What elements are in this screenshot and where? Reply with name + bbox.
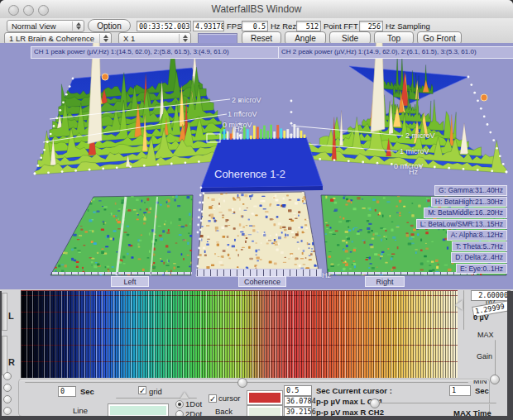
toolbar: Normal View Option 00:33:52.003 4.93178 … bbox=[0, 18, 513, 44]
right-channel-label: R bbox=[8, 357, 15, 367]
right-panel-button[interactable]: Right bbox=[365, 276, 405, 287]
legend-delta: D: Delta:2..4Hz bbox=[451, 252, 507, 263]
right-channel-scrollbar[interactable] bbox=[2, 336, 7, 375]
start-sec-field[interactable]: 0 bbox=[58, 386, 76, 397]
view-select-value: Normal View bbox=[12, 21, 72, 31]
frequency-band-legend: G: Gamma:31..40Hz H: BetaHigh:21..30Hz M… bbox=[416, 185, 507, 274]
cursor-checkbox[interactable]: ✓ bbox=[209, 394, 217, 403]
left-ruler bbox=[51, 272, 192, 274]
one-dot-label: 1Dot bbox=[185, 399, 202, 408]
hz-axis-label: Hz bbox=[322, 271, 331, 279]
max-time-sec-label: Sec bbox=[475, 386, 489, 395]
bottom-pane: L R 2.60000 µV 1.29999 0 µV MAX Gain MIN… bbox=[0, 289, 513, 420]
left-panel-button[interactable]: Left bbox=[111, 276, 149, 287]
current-cursor-label: Sec Current cursor : bbox=[316, 386, 392, 395]
scale-zero-label: 0 µV bbox=[473, 313, 489, 322]
ch2-peak-power-banner: CH 2 peak power (µV,Hz) 1:(14.9, 62.0), … bbox=[278, 46, 513, 59]
max-time-slider-track[interactable] bbox=[370, 403, 496, 404]
time-scrub-thumb[interactable] bbox=[237, 378, 247, 388]
legend-gamma: G: Gamma:31..40Hz bbox=[434, 185, 507, 196]
view-select[interactable]: Normal View bbox=[7, 20, 84, 32]
scene-canvas: CH 1 peak power (µV,Hz) 1:(14.5, 62.0), … bbox=[0, 43, 513, 289]
line-color-label: Line bbox=[73, 406, 88, 415]
channel-radio-4[interactable] bbox=[3, 407, 12, 415]
title-bar: WaterfallBS Window bbox=[0, 0, 513, 19]
scale-select-value: X 1 bbox=[123, 34, 179, 43]
cursor-color-swatch[interactable] bbox=[247, 390, 283, 405]
hz-rez-label: Hz Rez bbox=[271, 21, 296, 31]
coherence-panel-button[interactable]: Coherence bbox=[238, 276, 286, 287]
legend-betahigh: H: BetaHigh:21..30Hz bbox=[431, 197, 507, 208]
current-cursor-field[interactable]: 0.5 bbox=[284, 385, 312, 396]
axis-label-2uv-left: 2 microV bbox=[232, 96, 261, 104]
fps-label: FPS bbox=[227, 21, 242, 31]
app-window: WaterfallBS Window Normal View Option 00… bbox=[0, 0, 513, 420]
stepper-icon bbox=[72, 21, 82, 31]
scale-slider-thumb[interactable] bbox=[455, 300, 463, 310]
max-time-field[interactable]: 1 bbox=[449, 385, 471, 396]
channel-radio-1[interactable] bbox=[3, 372, 12, 380]
channel-radio-2[interactable] bbox=[3, 384, 12, 392]
ch1-peak-power-banner: CH 1 peak power (µV,Hz) 1:(14.5, 62.0), … bbox=[31, 46, 279, 59]
legend-theta: T: Theta:5..7Hz bbox=[452, 241, 507, 252]
mode-select-value: 1 LR Brain & Coherence bbox=[9, 34, 99, 43]
time-field[interactable]: 00:33:52.003 bbox=[137, 21, 191, 31]
window-title: WaterfallBS Window bbox=[0, 3, 513, 15]
grid-label: grid bbox=[149, 387, 162, 396]
pp-max-l-field[interactable]: 36.0784 bbox=[284, 396, 312, 407]
max-time-slider-thumb[interactable] bbox=[370, 399, 380, 408]
desktop-edge bbox=[0, 291, 2, 420]
axis-label-2uv-right: 2 microV bbox=[405, 131, 435, 140]
axis-label-1uv-left: 1 microV bbox=[228, 110, 257, 118]
left-channel-scrollbar[interactable] bbox=[2, 293, 7, 331]
desktop-edge bbox=[0, 416, 513, 420]
hz-rez-field[interactable]: 0.5 bbox=[242, 21, 268, 31]
axis-label-hz-left: Hz bbox=[234, 125, 243, 133]
fft-label: Point FFT bbox=[324, 21, 358, 31]
cursor-label: cursor bbox=[218, 394, 240, 403]
gain-slider-thumb[interactable] bbox=[490, 375, 500, 384]
axis-label-hz-right: Hz bbox=[409, 168, 418, 176]
channel-radio-3[interactable] bbox=[3, 395, 12, 403]
left-channel-label: L bbox=[8, 311, 14, 321]
desktop-edge bbox=[507, 291, 513, 420]
sampling-field[interactable]: 256 bbox=[359, 21, 383, 31]
fft-field[interactable]: 512 bbox=[296, 21, 321, 31]
stepper-icon bbox=[179, 34, 189, 43]
legend-betamid: M: BetaMiddle:16..20Hz bbox=[424, 208, 507, 218]
one-dot-radio[interactable] bbox=[175, 400, 184, 408]
offset-slider-thumb[interactable] bbox=[180, 392, 189, 399]
legend-eye: E: Eye:0..1Hz bbox=[456, 264, 507, 274]
fps-field[interactable]: 4.93178 bbox=[193, 21, 224, 31]
scale-slider-track[interactable] bbox=[463, 290, 465, 330]
option-button[interactable]: Option bbox=[88, 19, 131, 32]
coherence-title: Coherence 1-2 bbox=[214, 168, 285, 180]
raw-signal-spectrogram[interactable] bbox=[21, 290, 458, 378]
gain-label: Gain bbox=[477, 352, 492, 360]
start-sec-label: Sec bbox=[80, 387, 94, 396]
back-color-label: Back bbox=[215, 407, 233, 416]
sampling-label: Hz Sampling bbox=[386, 21, 430, 31]
gain-max-label: MAX bbox=[477, 331, 494, 339]
grid-checkbox[interactable]: ✓ bbox=[138, 386, 146, 394]
legend-alpha: A: Alpha:8..12Hz bbox=[447, 230, 507, 241]
stepper-icon bbox=[99, 34, 109, 43]
gain-slider-track[interactable] bbox=[495, 340, 496, 379]
legend-betalow: L: BetaLow/SMR:13..15Hz bbox=[416, 219, 507, 230]
axis-label-1uv-right: 1 microV bbox=[400, 147, 429, 155]
